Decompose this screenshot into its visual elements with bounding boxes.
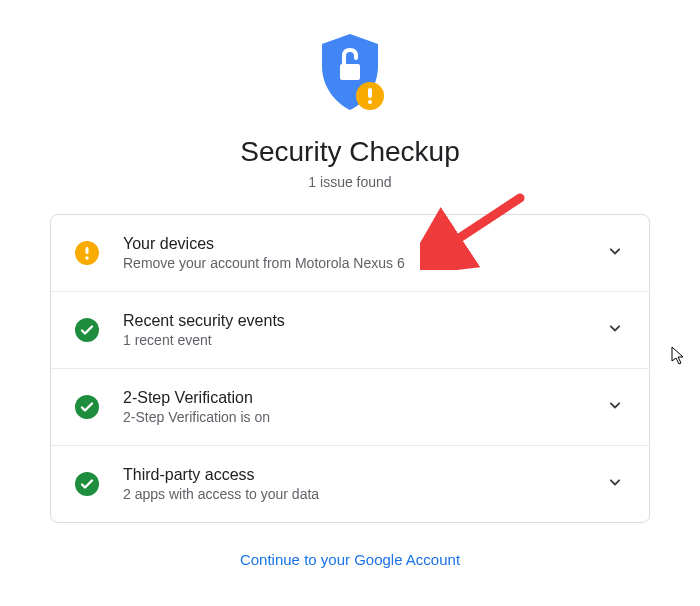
row-subtitle: 2 apps with access to your data <box>123 486 605 502</box>
row-title: Third-party access <box>123 466 605 484</box>
row-subtitle: Remove your account from Motorola Nexus … <box>123 255 605 271</box>
row-recent-security-events[interactable]: Recent security events 1 recent event <box>51 292 649 369</box>
row-subtitle: 1 recent event <box>123 332 605 348</box>
continue-link[interactable]: Continue to your Google Account <box>240 551 460 568</box>
row-title: Your devices <box>123 235 605 253</box>
chevron-down-icon <box>605 395 625 419</box>
chevron-down-icon <box>605 241 625 265</box>
svg-point-6 <box>85 256 88 259</box>
chevron-down-icon <box>605 318 625 342</box>
row-third-party-access[interactable]: Third-party access 2 apps with access to… <box>51 446 649 522</box>
svg-point-3 <box>368 100 372 104</box>
page-subtitle: 1 issue found <box>308 174 391 190</box>
svg-rect-2 <box>368 88 372 98</box>
row-subtitle: 2-Step Verification is on <box>123 409 605 425</box>
check-icon <box>75 472 99 496</box>
svg-rect-5 <box>86 247 89 254</box>
svg-rect-0 <box>340 64 360 80</box>
page-title: Security Checkup <box>240 136 459 168</box>
checkup-list: Your devices Remove your account from Mo… <box>50 214 650 523</box>
row-your-devices[interactable]: Your devices Remove your account from Mo… <box>51 215 649 292</box>
chevron-down-icon <box>605 472 625 496</box>
row-title: Recent security events <box>123 312 605 330</box>
check-icon <box>75 318 99 342</box>
security-shield-icon <box>314 30 386 120</box>
row-2-step-verification[interactable]: 2-Step Verification 2-Step Verification … <box>51 369 649 446</box>
check-icon <box>75 395 99 419</box>
row-title: 2-Step Verification <box>123 389 605 407</box>
warning-icon <box>75 241 99 265</box>
